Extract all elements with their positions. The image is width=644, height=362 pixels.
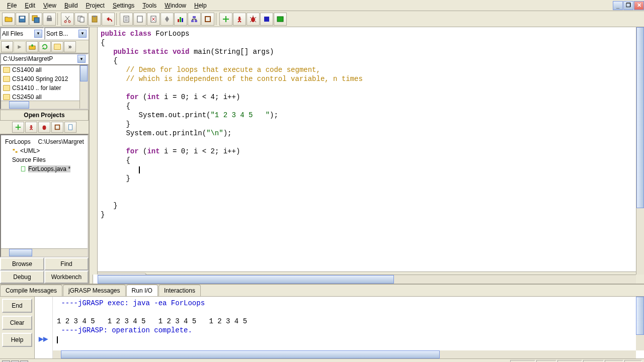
svg-rect-32 [21,167,25,171]
save-icon[interactable] [16,13,29,26]
editor-vscroll[interactable] [636,27,644,275]
status-top: Top:1 [583,360,604,363]
new-csd-icon[interactable] [133,13,146,26]
code-editor[interactable]: public class ForLoops { public static vo… [90,27,644,272]
status-icon[interactable] [11,360,19,363]
close-button[interactable]: ✕ [634,1,644,10]
end-button[interactable]: End [2,299,32,313]
compile-icon[interactable] [219,13,232,26]
more-icon[interactable]: » [64,41,76,52]
svg-point-22 [238,17,240,19]
tree-hscroll[interactable] [1,101,79,109]
save-as-icon[interactable] [29,13,42,26]
svg-point-26 [30,125,32,127]
prompt-icon: ▶▶ [39,335,48,342]
console-tabs: Compile Messages jGRASP Messages Run I/O… [0,284,644,296]
find-button[interactable]: Find [44,257,89,270]
svg-rect-25 [277,17,283,22]
folder-tree[interactable]: CS1400 all CS1400 Spring 2012 CS1410 .. … [0,64,89,110]
proj-run-icon[interactable] [25,122,37,133]
minimize-button[interactable]: _ [613,1,623,10]
proj-debug-icon[interactable] [38,122,50,133]
sort-combo[interactable]: Sort B...▼ [44,27,89,40]
uml-icon[interactable] [201,13,214,26]
cpg-icon[interactable] [188,13,201,26]
undo-icon[interactable] [102,13,115,26]
forward-icon[interactable]: ► [14,41,26,52]
status-code: Code:0 [557,360,582,363]
home-icon[interactable] [51,41,63,52]
svg-rect-24 [264,17,269,22]
copy-icon[interactable] [74,13,88,26]
project-tree[interactable]: ForLoops C:\Users\Margret <UML> Source F… [0,134,89,257]
svg-rect-20 [195,20,197,22]
remove-csd-icon[interactable] [147,13,160,26]
svg-rect-9 [80,17,84,22]
tree-vscroll[interactable] [79,65,88,109]
file-filter-combo[interactable]: All Files▼ [0,27,44,40]
menu-view[interactable]: View [39,1,60,10]
proj-doc-icon[interactable] [64,122,76,133]
console-output[interactable]: ----jGRASP exec: java -ea ForLoops 1 2 3… [53,297,644,358]
stop-icon[interactable] [260,13,273,26]
menu-help[interactable]: Help [190,1,211,10]
menu-bar: File Edit View Build Project Settings To… [0,0,644,11]
console-hscroll[interactable] [53,350,636,358]
path-combo[interactable]: C:\Users\MargretP▼ [0,53,89,64]
maximize-button[interactable]: ❐ [623,1,633,10]
svg-point-23 [251,17,255,22]
status-icon[interactable] [20,360,28,363]
svg-rect-3 [34,18,39,23]
status-ovs: OVS [605,360,623,363]
tab-run-io[interactable]: Run I/O [126,285,158,296]
menu-edit[interactable]: Edit [21,1,39,10]
svg-rect-19 [191,20,194,22]
help-button[interactable]: Help [2,333,32,347]
java-file-icon [20,166,26,172]
refresh-icon[interactable] [39,41,51,52]
up-icon[interactable] [26,41,38,52]
paste-icon[interactable] [88,13,101,26]
debug-icon[interactable] [247,13,260,26]
proj-add-icon[interactable] [12,122,24,133]
menu-file[interactable]: File [3,1,21,10]
console: End Clear Help ▶▶ ----jGRASP exec: java … [0,296,644,358]
workbench-button[interactable]: Workbench [44,270,89,284]
tab-compile-messages[interactable]: Compile Messages [0,285,62,296]
svg-rect-1 [20,17,24,19]
tab-interactions[interactable]: Interactions [158,285,201,296]
svg-point-27 [43,126,46,130]
svg-rect-13 [137,16,142,22]
console-vscroll[interactable] [636,297,644,350]
proj-uml-icon[interactable] [51,122,63,133]
svg-rect-28 [55,125,60,130]
csd-icon[interactable] [120,13,133,26]
console-gutter: ▶▶ [35,297,53,358]
projects-header: Open Projects [0,110,89,121]
menu-build[interactable]: Build [60,1,82,10]
status-icon[interactable] [2,360,10,363]
fold-icon[interactable] [160,13,174,26]
tab-jgrasp-messages[interactable]: jGRASP Messages [63,285,126,296]
open-icon[interactable] [2,13,15,26]
svg-rect-16 [180,17,181,22]
status-bar: Line:16 Col:4 Code:0 Top:1 OVS BLK [0,358,644,362]
debug-button[interactable]: Debug [0,270,44,284]
proj-hscroll[interactable] [1,248,88,256]
menu-settings[interactable]: Settings [109,1,138,10]
editor-gutter[interactable] [90,27,98,275]
chart-icon[interactable] [174,13,187,26]
clear-button[interactable]: Clear [2,316,32,330]
menu-window[interactable]: Window [160,1,190,10]
menu-tools[interactable]: Tools [138,1,160,10]
print-icon[interactable] [43,13,56,26]
editor-hscroll[interactable] [98,275,636,284]
menu-project[interactable]: Project [82,1,109,10]
folder-icon [3,85,10,91]
interactions-icon[interactable] [274,13,287,26]
browse-button[interactable]: Browse [0,257,44,270]
back-icon[interactable]: ◄ [1,41,13,52]
run-icon[interactable] [233,13,246,26]
cut-icon[interactable] [61,13,74,26]
folder-icon [3,94,10,100]
